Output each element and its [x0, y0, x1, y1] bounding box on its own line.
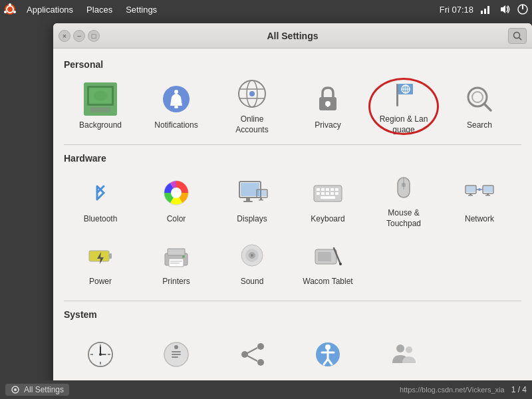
- svg-rect-102: [172, 356, 178, 358]
- region-language-item[interactable]: Region & Language: [367, 76, 440, 136]
- printers-item[interactable]: Printers: [140, 233, 213, 293]
- applications-menu[interactable]: Applications: [20, 3, 80, 16]
- power-settings-item[interactable]: Power: [64, 233, 137, 293]
- sound-label: Sound: [241, 277, 264, 287]
- all-settings-taskbar-item[interactable]: All Settings: [5, 384, 69, 396]
- background-icon: [83, 82, 118, 116]
- settings-menu[interactable]: Settings: [119, 3, 164, 16]
- wacom-icon: [311, 238, 345, 273]
- personal-section-title: Personal: [64, 59, 521, 70]
- hardware-divider: [64, 144, 521, 145]
- svg-rect-59: [321, 196, 335, 199]
- privacy-label: Privacy: [315, 120, 340, 131]
- places-menu[interactable]: Places: [80, 3, 119, 16]
- svg-rect-101: [172, 354, 181, 355]
- printers-label: Printers: [162, 277, 190, 287]
- privacy-item[interactable]: Privacy: [291, 76, 364, 136]
- search-item[interactable]: Search: [443, 76, 516, 136]
- svg-rect-50: [321, 188, 325, 191]
- network-status-icon[interactable]: [479, 3, 492, 16]
- settings-content: Personal Background: [53, 49, 532, 386]
- svg-rect-47: [259, 200, 263, 201]
- color-item[interactable]: Color: [140, 170, 213, 230]
- bluetooth-item[interactable]: Bluetooth: [64, 170, 137, 230]
- keyboard-item[interactable]: Keyboard: [291, 170, 364, 230]
- mouse-label: Mouse &Touchpad: [386, 208, 421, 229]
- network-item[interactable]: Network: [443, 170, 516, 230]
- svg-rect-43: [243, 201, 253, 202]
- svg-rect-17: [90, 107, 110, 112]
- svg-rect-80: [170, 263, 180, 264]
- svg-rect-74: [109, 253, 112, 259]
- power-icon[interactable]: [516, 3, 529, 16]
- sharing-item[interactable]: [215, 327, 289, 386]
- page-indicator: 1 / 4: [511, 385, 527, 394]
- user-accounts-item[interactable]: [367, 327, 440, 386]
- svg-rect-19: [174, 106, 178, 108]
- minimize-button[interactable]: −: [73, 30, 85, 42]
- ubuntu-logo-icon[interactable]: [3, 2, 17, 17]
- maximize-button[interactable]: □: [88, 30, 100, 42]
- background-label: Background: [79, 120, 122, 131]
- datetime-item[interactable]: [64, 327, 137, 386]
- search-label: Search: [467, 120, 492, 131]
- svg-rect-29: [396, 84, 398, 106]
- svg-rect-46: [260, 198, 262, 200]
- svg-rect-7: [487, 6, 489, 14]
- notifications-icon: [159, 82, 194, 116]
- close-button[interactable]: ×: [59, 30, 70, 42]
- bluetooth-label: Bluetooth: [84, 214, 118, 225]
- wacom-item[interactable]: Wacom Tablet: [291, 233, 364, 293]
- svg-rect-5: [481, 11, 483, 14]
- color-icon: [159, 176, 194, 210]
- sharing-icon: [235, 337, 269, 372]
- svg-rect-69: [487, 194, 489, 195]
- svg-point-98: [99, 353, 102, 356]
- svg-rect-56: [326, 192, 329, 195]
- svg-rect-100: [172, 351, 181, 352]
- hardware-grid: Bluetooth Col: [64, 170, 521, 293]
- svg-point-3: [13, 11, 16, 13]
- titlebar: × − □ All Settings: [53, 23, 532, 49]
- svg-point-104: [257, 343, 264, 350]
- menubar-left: Applications Places Settings: [3, 2, 164, 17]
- datetime-icon: [83, 337, 118, 372]
- svg-rect-6: [484, 9, 486, 14]
- svg-point-81: [182, 255, 185, 258]
- privacy-icon: [311, 82, 345, 116]
- background-item[interactable]: Background: [64, 76, 137, 136]
- svg-rect-28: [327, 104, 329, 107]
- svg-point-115: [396, 344, 404, 352]
- menubar-right: Fri 07:18: [440, 3, 529, 16]
- details-item[interactable]: [140, 327, 213, 386]
- universal-access-item[interactable]: [291, 327, 364, 386]
- printers-icon: [159, 238, 194, 273]
- svg-rect-42: [246, 198, 250, 201]
- svg-rect-51: [326, 188, 329, 191]
- svg-point-11: [514, 32, 520, 38]
- online-accounts-item[interactable]: OnlineAccounts: [215, 76, 289, 136]
- sound-item[interactable]: Sound: [215, 233, 289, 293]
- svg-point-106: [241, 351, 248, 358]
- system-section-title: System: [64, 309, 521, 320]
- svg-point-85: [251, 254, 253, 257]
- displays-item[interactable]: Displays: [215, 170, 289, 230]
- online-accounts-icon: [235, 77, 269, 110]
- svg-rect-70: [485, 195, 490, 196]
- notifications-item[interactable]: Notifications: [140, 76, 213, 136]
- search-button[interactable]: [508, 28, 527, 44]
- svg-point-89: [339, 263, 342, 265]
- sound-icon: [235, 238, 269, 273]
- notifications-label: Notifications: [154, 120, 198, 131]
- mouse-item[interactable]: Mouse &Touchpad: [367, 170, 440, 230]
- svg-line-12: [519, 37, 522, 40]
- volume-icon[interactable]: [497, 3, 511, 16]
- svg-rect-57: [331, 192, 334, 195]
- svg-point-39: [171, 188, 182, 198]
- window-controls: × − □: [59, 30, 100, 42]
- keyboard-label: Keyboard: [311, 214, 344, 225]
- svg-rect-79: [170, 261, 182, 262]
- svg-point-36: [472, 92, 483, 102]
- svg-point-20: [174, 90, 178, 94]
- taskbar-app-label: All Settings: [24, 385, 64, 394]
